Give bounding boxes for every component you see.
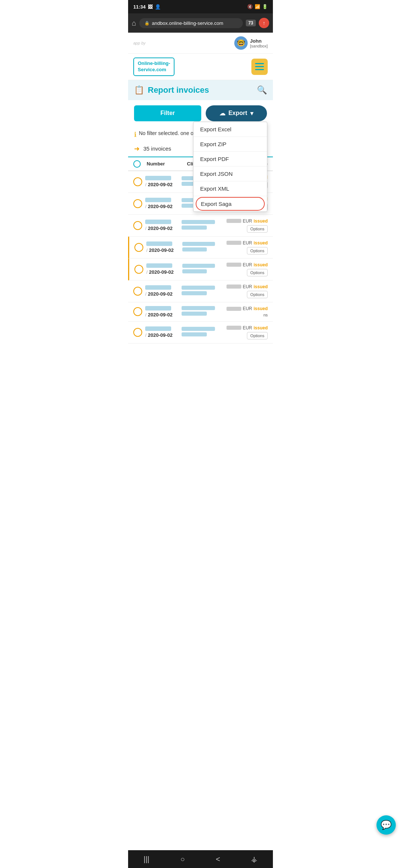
options-button-3[interactable]: Options [247, 225, 268, 233]
menu-bar-1 [255, 63, 264, 64]
export-button[interactable]: ☁ Export ▾ [206, 105, 267, 121]
time: 11:34 [133, 4, 146, 10]
row-checkbox-3[interactable] [133, 221, 142, 230]
status-bar: 11:34 🖼 👤 🔇 📶 🔋 [128, 0, 273, 13]
row-checkbox-6[interactable] [133, 287, 142, 296]
lock-icon: 🔒 [144, 21, 150, 26]
row-right-3: EUR issued Options [226, 218, 268, 233]
row-number-7: / 2020-09-02 [145, 306, 179, 318]
page-title: Report invoices [148, 85, 209, 95]
export-zip-item[interactable]: Export ZIP [193, 137, 267, 152]
table-row: / 2020-09-02 EUR issued Options [128, 322, 273, 343]
table-row: / 2020-09-02 EUR issued ns [128, 302, 273, 322]
row-number-8: / 2020-09-02 [145, 326, 179, 338]
cloud-icon: ☁ [219, 110, 225, 117]
page-title-bar: 📋 Report invoices 🔍 [128, 80, 273, 100]
url-bar[interactable]: 🔒 andbox.online-billing-service.com [139, 18, 243, 28]
select-all-checkbox[interactable] [133, 160, 141, 168]
table-row: / 2020-09-02 EUR issued Options [128, 237, 273, 259]
invoices-count: 35 invoices [143, 145, 171, 152]
clipboard-icon: 📋 [134, 85, 144, 95]
row-number-5: / 2020-09-02 [146, 263, 179, 275]
export-pdf-item[interactable]: Export PDF [193, 152, 267, 167]
row-checkbox-8[interactable] [133, 328, 142, 337]
logo-line1: Online-billing- [138, 60, 170, 66]
photo-icon: 🖼 [148, 4, 153, 10]
row-checkbox-7[interactable] [133, 307, 142, 316]
options-button-4[interactable]: Options [247, 247, 268, 254]
status-right: 🔇 📶 🔋 [247, 4, 268, 9]
logo-line2: Service [138, 67, 155, 72]
page-title-inner: 📋 Report invoices [134, 85, 209, 95]
export-saga-item[interactable]: Export Saga [196, 197, 265, 211]
row-number-4: / 2020-09-02 [146, 241, 179, 253]
number-col-header: Number [147, 161, 184, 167]
chevron-down-icon: ▾ [250, 110, 253, 117]
options-button-5[interactable]: Options [247, 269, 268, 276]
home-icon[interactable]: ⌂ [132, 19, 136, 27]
row-client-7 [182, 306, 224, 317]
row-number-6: / 2020-09-02 [145, 285, 179, 297]
row-client-3 [182, 220, 224, 231]
export-dropdown: Export Excel Export ZIP Export PDF Expor… [193, 122, 267, 212]
browser-bar: ⌂ 🔒 andbox.online-billing-service.com 73… [128, 13, 273, 33]
tab-count[interactable]: 73 [246, 20, 256, 26]
filter-button[interactable]: Filter [134, 105, 201, 121]
menu-button[interactable] [251, 59, 268, 75]
mute-icon: 🔇 [247, 4, 253, 9]
options-button-6[interactable]: Options [247, 291, 268, 298]
export-excel-item[interactable]: Export Excel [193, 122, 267, 137]
user-name: John [250, 38, 268, 44]
export-label: Export [228, 110, 247, 116]
row-right-5: EUR issued Options [226, 262, 268, 276]
info-icon: ℹ [134, 131, 137, 139]
table-row: / 2020-09-02 EUR issued Options [128, 215, 273, 237]
search-icon[interactable]: 🔍 [257, 85, 267, 95]
menu-bar-3 [255, 69, 264, 70]
row-checkbox-2[interactable] [133, 199, 142, 208]
user-details: John [sandbox] [250, 38, 268, 48]
user-info: 🤓 John [sandbox] [234, 36, 268, 50]
row-right-8: EUR issued Options [226, 325, 268, 339]
row-client-6 [182, 286, 224, 297]
options-button-8[interactable]: Options [247, 332, 268, 339]
row-number-2: / 2020-09-02 [145, 198, 179, 209]
app-header: app by 🤓 John [sandbox] [128, 33, 273, 54]
row-checkbox-1[interactable] [133, 177, 142, 186]
upload-icon[interactable]: ↑ [259, 18, 269, 28]
app-by-label: app by [133, 41, 146, 45]
no-filter-text: No filter selected. [139, 130, 179, 136]
row-right-7: EUR issued ns [226, 306, 268, 317]
toolbar-wrapper: Filter ☁ Export ▾ Export Excel Export ZI… [128, 100, 273, 126]
row-number-3: / 2020-09-02 [145, 220, 179, 231]
battery-icon: 🔋 [262, 4, 268, 9]
row-right-6: EUR issued Options [226, 284, 268, 298]
row-checkbox-4[interactable] [134, 243, 143, 252]
logo-row: Online-billing- Service.com [128, 54, 273, 80]
url-text: andbox.online-billing-service.com [152, 20, 223, 26]
row-partial-options-7: ns [263, 313, 268, 317]
menu-bar-2 [255, 66, 264, 67]
table-row: / 2020-09-02 EUR issued Options [128, 259, 273, 280]
row-number-1: / 2020-09-02 [145, 176, 179, 187]
arrow-right-icon: ➜ [134, 145, 140, 153]
user-role: [sandbox] [250, 44, 268, 48]
row-client-5 [182, 264, 224, 275]
table-row: / 2020-09-02 EUR issued Options [128, 280, 273, 302]
user-icon: 👤 [155, 4, 161, 10]
logo-line3: .com [155, 67, 166, 72]
signal-icon: 📶 [255, 4, 260, 9]
row-client-8 [182, 327, 224, 338]
row-client-4 [182, 242, 224, 253]
row-right-4: EUR issued Options [226, 240, 268, 254]
export-xml-item[interactable]: Export XML [193, 181, 267, 196]
export-json-item[interactable]: Export JSON [193, 167, 267, 181]
row-checkbox-5[interactable] [134, 265, 143, 274]
avatar: 🤓 [234, 36, 248, 50]
logo: Online-billing- Service.com [133, 57, 175, 76]
